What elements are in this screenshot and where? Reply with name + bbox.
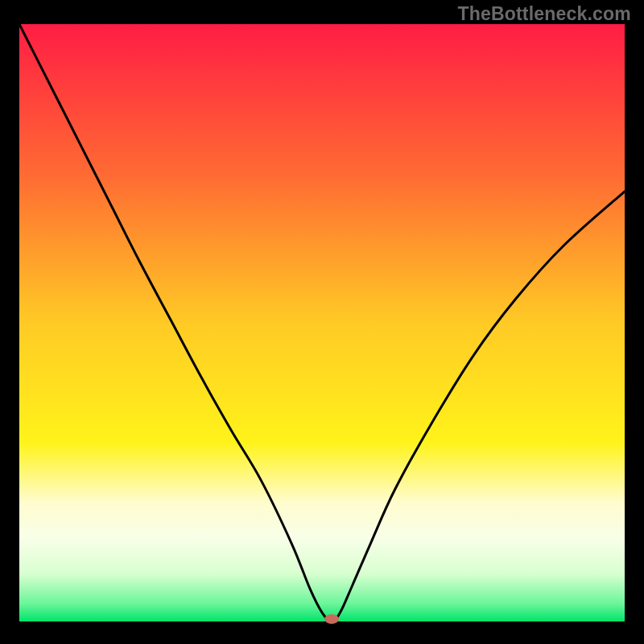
watermark-text: TheBottleneck.com <box>457 3 631 25</box>
bottleneck-chart <box>0 0 644 644</box>
minimum-marker <box>324 614 339 624</box>
chart-frame: { "watermark": "TheBottleneck.com", "cha… <box>0 0 644 644</box>
plot-background <box>19 24 625 621</box>
